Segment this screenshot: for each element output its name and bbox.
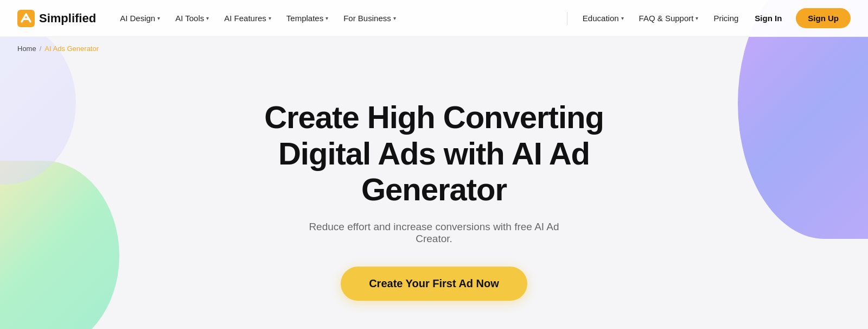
nav-label-templates: Templates [286,14,323,23]
navbar: Simplified AI Design ▾ AI Tools ▾ AI Fea… [0,0,868,37]
nav-label-education: Education [583,14,619,23]
breadcrumb: Home / AI Ads Generator [0,37,868,60]
chevron-down-icon: ▾ [157,15,160,21]
chevron-down-icon: ▾ [393,15,396,21]
chevron-down-icon: ▾ [206,15,209,21]
logo-text: Simplified [39,11,96,26]
chevron-down-icon: ▾ [695,15,698,21]
nav-label-pricing: Pricing [713,14,738,23]
hero-section: Create High Converting Digital Ads with … [0,60,868,329]
chevron-down-icon: ▾ [269,15,271,21]
chevron-down-icon: ▾ [326,15,328,21]
simplified-logo-icon [17,10,35,27]
breadcrumb-current: AI Ads Generator [44,45,99,53]
nav-item-ai-features[interactable]: AI Features ▾ [218,9,278,27]
sign-up-button[interactable]: Sign Up [796,8,851,28]
nav-item-ai-tools[interactable]: AI Tools ▾ [169,9,215,27]
nav-item-ai-design[interactable]: AI Design ▾ [113,9,167,27]
sign-in-button[interactable]: Sign In [745,9,792,27]
hero-title: Create High Converting Digital Ads with … [222,99,646,208]
nav-item-templates[interactable]: Templates ▾ [280,9,335,27]
nav-item-faq-support[interactable]: FAQ & Support ▾ [633,9,705,27]
nav-label-ai-design: AI Design [120,14,155,23]
chevron-down-icon: ▾ [621,15,624,21]
main-content: Home / AI Ads Generator Create High Conv… [0,37,868,329]
nav-label-ai-tools: AI Tools [175,14,204,23]
nav-divider [567,12,567,25]
logo[interactable]: Simplified [17,10,96,27]
breadcrumb-separator: / [40,45,42,53]
nav-item-education[interactable]: Education ▾ [576,9,630,27]
nav-left-links: AI Design ▾ AI Tools ▾ AI Features ▾ Tem… [113,9,563,27]
breadcrumb-home[interactable]: Home [17,45,36,53]
create-ad-button[interactable]: Create Your First Ad Now [341,267,527,301]
nav-item-for-business[interactable]: For Business ▾ [337,9,403,27]
nav-label-faq-support: FAQ & Support [639,14,694,23]
nav-right-links: Education ▾ FAQ & Support ▾ Pricing [576,9,745,27]
hero-subtitle: Reduce effort and increase conversions w… [293,221,575,245]
nav-item-pricing[interactable]: Pricing [707,9,745,27]
nav-auth-buttons: Sign In Sign Up [745,8,851,28]
nav-label-for-business: For Business [343,14,391,23]
nav-label-ai-features: AI Features [224,14,266,23]
